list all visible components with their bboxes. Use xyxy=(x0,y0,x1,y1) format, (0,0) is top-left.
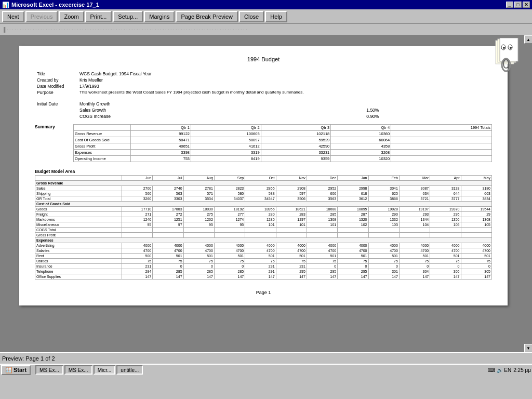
start-label: Start xyxy=(14,367,26,373)
budget-row-goods: Goods 1771017883 1803018192 1895618621 1… xyxy=(35,207,492,212)
initial-date-row: Initial Date Monthly Growth xyxy=(36,101,491,107)
clippy-mascot xyxy=(490,38,522,74)
monthly-growth-label: Monthly Growth xyxy=(78,101,364,107)
budget-row-gr-total: GR Total 32603303 353434037 345473506 35… xyxy=(35,196,492,202)
taskbar-item-ms-ex2[interactable]: MS Ex... xyxy=(64,365,92,375)
budget-row-advertising: Advertising 40004000 40004000 40004000 4… xyxy=(35,243,492,248)
summary-col-qtr2: Qtr 2 xyxy=(191,125,261,131)
taskbar-right: ⌨ 🔊 EN 2:25 μμ xyxy=(488,367,531,373)
page-break-preview-button[interactable]: Page Break Preview xyxy=(176,11,238,22)
budget-row-freight: Freight 271272 275277 280283 285287 2902… xyxy=(35,212,492,217)
budget-row-cogs-total: COGS Total xyxy=(35,228,492,233)
date-modified-label: Date Modified xyxy=(36,84,77,89)
ruler-bar: ▐ · · · · · · · · · · · · · · · · · · · … xyxy=(0,24,532,35)
svg-point-7 xyxy=(503,47,505,49)
created-by-value: Kris Mueller xyxy=(78,77,491,83)
budget-row-shipping: Shipping 560563 571580 588597 606618 625… xyxy=(35,191,492,196)
status-text: Preview: Page 1 of 2 xyxy=(2,355,55,362)
clock: 2:25 μμ xyxy=(513,367,531,373)
cogs-section-header: Cost of Goods Sold xyxy=(35,202,492,207)
budget-row-gross-profit: Gross Profit xyxy=(35,233,492,238)
maximize-button[interactable]: □ xyxy=(514,2,522,8)
summary-col-totals: 1994 Totals xyxy=(391,125,492,131)
scroll-up-arrow[interactable]: ▲ xyxy=(524,35,532,44)
zoom-button[interactable]: Zoom xyxy=(59,11,84,22)
budget-header-row: Jun Jul Aug Sep Oct Nov Dec Jan Feb Mar … xyxy=(35,176,492,181)
taskbar-item-label: Micr... xyxy=(98,367,112,373)
sales-growth-label: Sales Growth xyxy=(78,108,364,113)
taskbar-item-untitle[interactable]: untitle... xyxy=(116,365,143,375)
created-by-label: Created by xyxy=(36,77,77,83)
app-icon: 📊 xyxy=(2,2,9,8)
summary-header-row: Qtr 1 Qtr 2 Qtr 3 Qtr 4 1994 Totals xyxy=(74,125,492,131)
date-modified-row: Date Modified 17/9/1993 xyxy=(36,84,491,89)
budget-row-salaries: Salaries 47004700 47004700 47004700 4700… xyxy=(35,248,492,254)
purpose-row: Purpose This worksheet presents the West… xyxy=(36,90,491,95)
svg-point-8 xyxy=(510,47,512,49)
budget-row-telephone: Telephone 284285 285285 291295 295295 30… xyxy=(35,269,492,274)
gross-revenue-section-header: Gross Revenue xyxy=(35,181,492,186)
vertical-scrollbar[interactable]: ▲ ▼ xyxy=(524,35,532,352)
summary-row-operating-income: Operating Income 753 8419 9359 10320 xyxy=(74,156,492,162)
budget-row-office-supplies: Office Supplies 147147 147147 147147 147… xyxy=(35,274,492,280)
scroll-down-arrow[interactable]: ▼ xyxy=(524,344,532,352)
next-button[interactable]: Next xyxy=(2,11,24,22)
summary-table: Qtr 1 Qtr 2 Qtr 3 Qtr 4 1994 Totals Gros… xyxy=(73,124,492,162)
system-tray-icons: ⌨ 🔊 EN xyxy=(488,367,511,373)
sales-growth-value: 1.50% xyxy=(365,108,491,113)
cogs-increase-label: COGS Increase xyxy=(78,114,364,119)
taskbar-item-ms-ex1[interactable]: MS Ex... xyxy=(35,365,63,375)
previous-button[interactable]: Previous xyxy=(25,11,58,22)
expenses-section-header: Expenses xyxy=(35,238,492,243)
page-preview: 1994 Budget Title WCS Cash Budget: 1994 … xyxy=(19,46,508,305)
title-value: WCS Cash Budget: 1994 Fiscal Year xyxy=(78,71,491,76)
print-button[interactable]: Print... xyxy=(85,11,112,22)
taskbar: 🪟 Start MS Ex... MS Ex... Micr... untitl… xyxy=(0,364,532,375)
initial-date-label: Initial Date xyxy=(36,101,77,107)
budget-model-header: Budget Model Area xyxy=(35,169,492,174)
info-section: Title WCS Cash Budget: 1994 Fiscal Year … xyxy=(35,70,492,96)
summary-row-gross-profit: Gross Profit 40651 41612 42590 4358 xyxy=(74,143,492,150)
minimize-button[interactable]: _ xyxy=(506,2,513,8)
taskbar-item-label: MS Ex... xyxy=(39,367,59,373)
summary-row-expenses: Expenses 3398 3319 33231 3268 xyxy=(74,150,492,156)
purpose-label: Purpose xyxy=(36,90,77,95)
status-bar: Preview: Page 1 of 2 xyxy=(0,352,532,364)
taskbar-item-label: untitle... xyxy=(121,367,139,373)
sales-growth-row: Sales Growth 1.50% xyxy=(36,108,491,113)
budget-row-utilities: Utilities 7575 7575 7575 7575 7575 7575 xyxy=(35,259,492,264)
purpose-value: This worksheet presents the West Coast S… xyxy=(78,90,491,95)
close-button[interactable]: ✕ xyxy=(523,2,530,8)
budget-row-rent: Rent 500501 501501 501501 501501 501501 … xyxy=(35,254,492,259)
taskbar-item-label: MS Ex... xyxy=(69,367,88,373)
budget-row-sales: Sales 27002740 27812823 28652908 2952299… xyxy=(35,186,492,191)
summary-row-cogs: Cost Of Goods Sold 58471 58897 59529 600… xyxy=(74,137,492,143)
summary-col-qtr1: Qtr 1 xyxy=(131,125,191,131)
budget-row-miscellaneous: Miscellaneous 9597 9595 101101 101102 10… xyxy=(35,222,492,228)
clippy-svg xyxy=(490,38,522,74)
taskbar-item-micr[interactable]: Micr... xyxy=(94,365,116,375)
ruler-marks: ▐ · · · · · · · · · · · · · · · · · · · … xyxy=(2,27,247,32)
close-button[interactable]: Close xyxy=(239,11,264,22)
margins-button[interactable]: Margins xyxy=(144,11,175,22)
summary-col-qtr3: Qtr 3 xyxy=(261,125,331,131)
budget-row-markdowns: Markdowns 12401251 12621274 12851297 130… xyxy=(35,217,492,222)
page-title: 1994 Budget xyxy=(35,56,492,62)
title-label: Title xyxy=(36,71,77,76)
summary-label: Summary xyxy=(35,124,68,129)
title-row: Title WCS Cash Budget: 1994 Fiscal Year xyxy=(36,71,491,76)
start-button[interactable]: 🪟 Start xyxy=(1,365,31,375)
summary-col-qtr4: Qtr 4 xyxy=(331,125,391,131)
setup-button[interactable]: Setup... xyxy=(113,11,143,22)
created-by-row: Created by Kris Mueller xyxy=(36,77,491,83)
cogs-increase-row: COGS Increase 0.90% xyxy=(36,114,491,119)
toolbar: Next Previous Zoom Print... Setup... Mar… xyxy=(0,9,532,24)
date-modified-value: 17/9/1993 xyxy=(78,84,491,89)
help-button[interactable]: Help xyxy=(265,11,287,22)
scroll-track[interactable] xyxy=(524,44,532,344)
cogs-increase-value: 0.90% xyxy=(365,114,491,119)
initial-date-section: Initial Date Monthly Growth Sales Growth… xyxy=(35,100,492,120)
page-number: Page 1 xyxy=(35,290,492,295)
preview-area: ▲ ▼ 1994 Budget Title WCS Cash Budget: 1… xyxy=(0,35,532,352)
budget-row-insurance: Insurance 2310 00 231231 00 00 00 xyxy=(35,264,492,269)
